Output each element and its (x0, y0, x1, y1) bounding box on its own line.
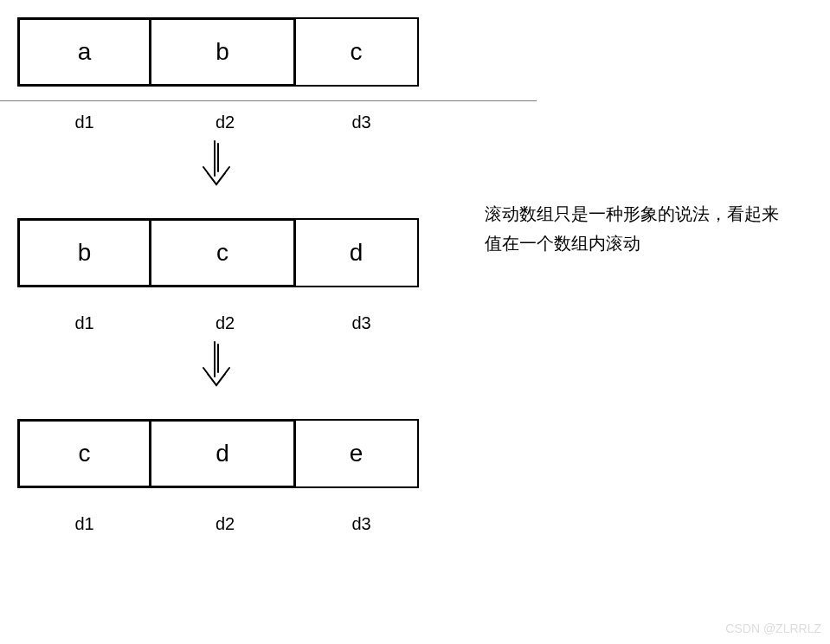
array-cells: b c d (17, 218, 424, 287)
array-labels: d1 d2 d3 (17, 313, 424, 333)
array-state-3: c d e d1 d2 d3 (17, 419, 424, 534)
diagram-container: a b c d1 d2 d3 b c d d1 d2 d3 c d (17, 17, 424, 543)
array-label: d2 (151, 313, 299, 333)
array-label: d1 (17, 514, 151, 534)
array-label: d3 (299, 113, 424, 132)
annotation-line: 滚动数组只是一种形象的说法，看起来 (485, 199, 779, 229)
array-cell: b (17, 218, 151, 287)
array-labels: d1 d2 d3 (17, 113, 424, 132)
array-cell: d (149, 419, 296, 488)
array-label: d1 (17, 313, 151, 333)
annotation-line: 值在一个数组内滚动 (485, 229, 779, 258)
array-label: d3 (299, 313, 424, 333)
array-cell: b (149, 17, 296, 87)
watermark: CSDN @ZLRRLZ (725, 621, 821, 635)
array-state-2: b c d d1 d2 d3 (17, 218, 424, 333)
array-cell: a (17, 17, 151, 87)
array-label: d2 (151, 514, 299, 534)
array-cell: c (293, 17, 419, 87)
down-arrow-icon (190, 137, 242, 197)
array-cells: a b c (17, 17, 424, 87)
array-cell: d (293, 218, 419, 287)
array-labels: d1 d2 d3 (17, 514, 424, 534)
array-label: d2 (151, 113, 299, 132)
array-label: d3 (299, 514, 424, 534)
array-cell: c (17, 419, 151, 488)
annotation-text: 滚动数组只是一种形象的说法，看起来 值在一个数组内滚动 (485, 199, 779, 258)
array-cell: e (293, 419, 419, 488)
array-cells: c d e (17, 419, 424, 488)
array-cell: c (149, 218, 296, 287)
down-arrow-icon (190, 338, 242, 398)
array-label: d1 (17, 113, 151, 132)
array-state-1: a b c d1 d2 d3 (17, 17, 424, 132)
